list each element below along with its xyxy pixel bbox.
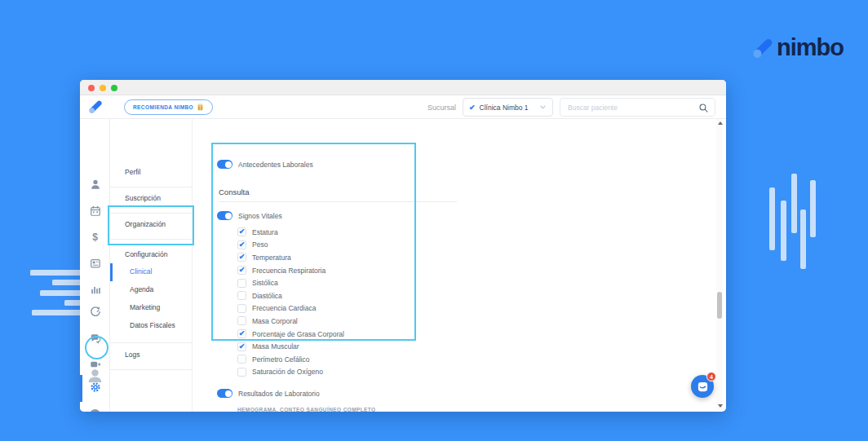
check-icon: ✔ [239,241,246,249]
menu-divider [110,187,193,187]
checkbox[interactable]: ✔ [237,355,246,364]
sidebar-item-records[interactable] [80,258,110,269]
menu-divider [110,213,193,214]
toggle-label: Signos Vitales [238,212,282,220]
sidebar-item-settings[interactable] [80,381,110,393]
checkbox-row[interactable]: ✔ Sistólica [237,276,344,289]
signos-vitales-toggle-row[interactable]: Signos Vitales [217,211,282,220]
checkbox[interactable]: ✔ [237,240,246,249]
sidebar-item-referrals[interactable] [80,306,110,317]
sidebar-item-calendar[interactable] [80,205,110,217]
resultados-laboratorio-toggle-row[interactable]: Resultados de Laboratorio [217,389,320,398]
checkbox-row[interactable]: ✔ Peso [237,239,344,252]
patient-search [560,98,715,117]
consulta-section-title: Consulta [219,187,250,196]
chat-widget-button[interactable]: 4 [691,375,714,398]
checkbox-label: Masa Corporal [252,317,298,325]
menu-item-suscripcion[interactable]: Suscripción [110,192,193,205]
checkbox-label: Perímetro Cefálico [252,355,309,364]
menu-divider [110,342,193,343]
checkbox-label: Frecuencia Cardiaca [252,304,316,312]
checkbox-row[interactable]: ✔ Frecuencia Cardiaca [237,302,344,315]
checkbox-row[interactable]: ✔ Temperatura [237,251,344,264]
checkbox-label: Porcentaje de Grasa Corporal [252,330,344,338]
chat-bubbles-icon [90,333,101,344]
lab-group-header: HEMOGRAMA, CONTEO SANGUÍNEO COMPLETO [237,407,376,412]
menu-item-organizacion[interactable]: Organización [110,218,193,231]
checkbox-row[interactable]: ✔ Saturación de Oxígeno [237,366,344,379]
checkbox[interactable]: ✔ [237,227,246,236]
checkbox[interactable]: ✔ [237,342,246,351]
unread-count-badge: 4 [706,372,716,381]
menu-item-logs[interactable]: Logs [110,348,193,361]
sidebar-item-messages[interactable] [80,333,110,344]
menu-item-perfil[interactable]: Perfil [110,165,193,179]
checkbox[interactable]: ✔ [237,329,246,338]
toggle-on[interactable] [217,389,232,398]
branch-select-dropdown[interactable]: ✔ Clínica Nimbo 1 [463,98,553,117]
close-window-button[interactable] [88,85,95,91]
checkbox[interactable]: ✔ [237,291,246,300]
scroll-down-arrow[interactable] [718,404,723,408]
sucursal-label: Sucursal [427,104,456,112]
clinical-active-indicator [110,263,113,281]
selected-check-icon: ✔ [469,104,476,112]
checkbox-row[interactable]: ✔ Porcentaje de Grasa Corporal [237,328,344,341]
dollar-icon: $ [92,232,98,243]
checkbox-label: Estatura [252,228,278,236]
clinical-settings-content: Antecedentes Laborales Consulta Signos V… [193,119,716,412]
minimize-window-button[interactable] [100,85,106,91]
checkbox[interactable]: ✔ [237,266,246,275]
menu-item-datos-fiscales[interactable]: Datos Fiscales [110,319,193,332]
window-titlebar [80,80,726,95]
profile-icon [90,179,101,190]
section-divider [219,201,457,202]
toggle-label: Resultados de Laboratorio [238,390,320,398]
toggle-on[interactable] [217,160,232,169]
check-icon: ✔ [239,330,246,337]
menu-item-configuracion[interactable]: Configuración [110,248,193,261]
checkbox-label: Sistólica [252,279,278,287]
recommend-nimbo-button[interactable]: RECOMIENDA NIMBO [124,99,213,115]
scrollbar-thumb[interactable] [717,292,722,319]
checkbox-label: Saturación de Oxígeno [252,368,323,376]
toggle-on[interactable] [217,211,232,220]
bar-chart-icon [90,284,101,295]
checkbox[interactable]: ✔ [237,316,246,325]
sidebar-item-profile[interactable] [80,179,110,190]
menu-item-agenda[interactable]: Agenda [110,283,193,296]
scroll-up-arrow[interactable] [718,121,723,125]
check-icon: ✔ [239,254,246,261]
check-icon: ✔ [239,228,246,236]
checkbox-row[interactable]: ✔ Estatura [237,226,344,239]
antecedentes-laborales-toggle-row[interactable]: Antecedentes Laborales [217,160,313,169]
refresh-arrow-icon [90,306,101,317]
checkbox-row[interactable]: ✔ Perímetro Cefálico [237,353,344,366]
icon-sidebar: $ [80,119,110,412]
chevron-down-icon [539,104,547,111]
checkbox[interactable]: ✔ [237,304,246,313]
checkbox-row[interactable]: ✔ Masa Corporal [237,315,344,328]
sidebar-item-help[interactable]: ? [80,409,110,412]
checkbox-row[interactable]: ✔ Diastólica [237,289,344,302]
menu-item-clinical[interactable]: Clinical [110,265,193,278]
sidebar-item-billing[interactable]: $ [80,232,110,243]
patient-search-input[interactable] [560,99,715,116]
checkbox[interactable]: ✔ [237,279,246,288]
checkbox-row[interactable]: ✔ Frecuencia Respiratoria [237,264,344,277]
zoom-window-button[interactable] [111,85,117,91]
menu-divider [110,369,193,370]
sidebar-item-reports[interactable] [80,284,110,295]
active-section-indicator [80,375,82,402]
checkbox[interactable]: ✔ [237,253,246,262]
calendar-icon [90,205,101,217]
search-icon [698,103,709,113]
decor-vertical-bars [769,174,816,269]
page-background: nimbo RECOMIENDA NIMBO [0,0,868,441]
checkbox[interactable]: ✔ [237,368,246,377]
branch-select-value: Clínica Nimbo 1 [480,104,535,112]
menu-item-marketing[interactable]: Marketing [110,301,193,314]
nimbo-swoosh-icon [751,36,775,60]
settings-menu: Perfil Suscripción Organización Configur… [110,119,193,412]
checkbox-row[interactable]: ✔ Masa Muscular [237,340,344,353]
